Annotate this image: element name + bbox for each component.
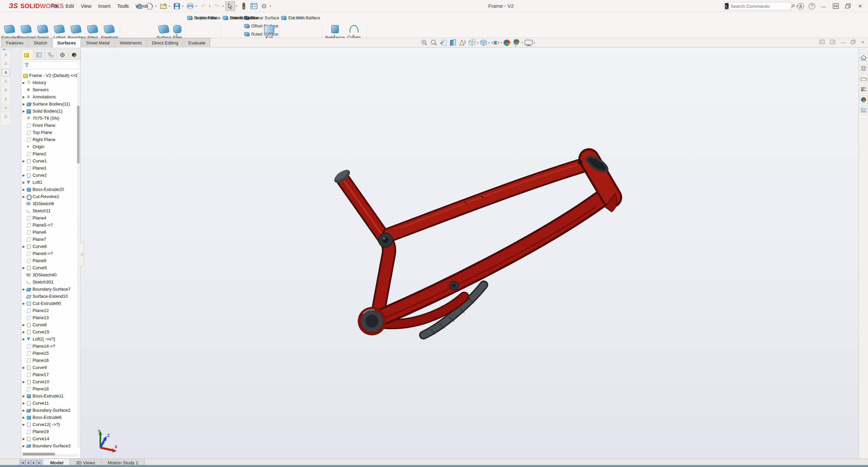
tree-item[interactable]: ▶ Curve8 [21, 321, 78, 328]
scrollbar-thumb[interactable] [77, 106, 80, 163]
view-orientation-dropdown-icon[interactable]: ▾ [477, 41, 478, 44]
command-tab[interactable]: Direct Editing [147, 38, 183, 47]
tree-item[interactable]: ▶ Plane18 [21, 385, 78, 392]
tree-item[interactable]: ▶ Boss-Extrude11 [21, 392, 78, 400]
new-document-icon[interactable] [145, 1, 155, 11]
expand-arrow-icon[interactable]: ▶ [21, 337, 26, 341]
tree-item[interactable]: ▶ Front Plane [21, 122, 78, 129]
home-icon[interactable] [860, 54, 868, 62]
expand-arrow-icon[interactable]: ▶ [21, 288, 26, 291]
note-a-dashed-icon[interactable] [2, 104, 9, 112]
tree-root-item[interactable]: Frame - V2 (Default) <<D [21, 72, 78, 79]
pane-expand-right-icon[interactable] [830, 39, 835, 45]
tree-item[interactable]: ▶ Surface Bodies(11) [21, 100, 78, 108]
select-dropdown-icon[interactable]: ▾ [236, 4, 237, 8]
tree-item[interactable]: ▶ Cut-Revolve1 [21, 193, 78, 200]
tree-item[interactable]: ▶ History [21, 79, 78, 86]
search-input[interactable] [730, 4, 790, 9]
tree-item[interactable]: ▶ Boss-Extrude6 [21, 414, 78, 421]
tree-item[interactable]: ▶ Plane3 [21, 164, 78, 172]
view-palette-icon[interactable] [860, 85, 868, 93]
tree-item[interactable]: ▶ Sketch301 [21, 278, 78, 286]
file-explorer-icon[interactable] [860, 75, 868, 83]
tree-item[interactable]: ▶ Curve12{ ->?} [21, 421, 78, 428]
dimxpertmanager-tab[interactable] [57, 50, 68, 59]
command-tab[interactable]: Sheet Metal [81, 38, 114, 47]
command-tab[interactable]: Surfaces [53, 38, 81, 47]
tree-item[interactable]: ▶ Surface-Extend10 [21, 293, 78, 300]
close-icon[interactable]: × [856, 2, 864, 10]
expand-arrow-icon[interactable]: ▶ [21, 444, 26, 448]
previous-study-icon[interactable]: ◀ [25, 460, 31, 465]
menu-item[interactable]: File [47, 0, 62, 12]
expand-arrow-icon[interactable]: ▶ [21, 416, 26, 419]
tree-item[interactable]: ▶ Boundary-Surface3 [21, 442, 78, 448]
zoom-to-fit-icon[interactable] [420, 39, 429, 46]
section-view-icon[interactable] [449, 39, 457, 46]
first-study-icon[interactable]: |◀ [20, 460, 25, 465]
note-a-icon[interactable] [2, 51, 9, 59]
print-icon[interactable] [185, 1, 195, 11]
tree-item[interactable]: ▶ Plane16 [21, 357, 78, 364]
tree-item[interactable]: ▶ Annotations [21, 93, 78, 100]
expand-arrow-icon[interactable]: ▶ [21, 302, 26, 305]
tree-item[interactable]: ▶ Plane6 [21, 229, 78, 236]
tree-item[interactable]: ▶ Loft2{ ->x?} [21, 335, 78, 343]
tree-item[interactable]: ▶ Plane17 [21, 371, 78, 378]
expand-arrow-icon[interactable]: ▶ [21, 188, 26, 191]
expand-arrow-icon[interactable]: ▶ [21, 437, 26, 441]
displaymanager-tab[interactable] [68, 50, 80, 59]
panel-collapse-handle[interactable] [80, 242, 84, 266]
display-pane-icon[interactable] [249, 1, 259, 11]
dynamic-annotation-views-icon[interactable] [458, 39, 467, 46]
save-dropdown-icon[interactable]: ▾ [182, 4, 184, 8]
options-gear-icon[interactable]: ⚙ [259, 1, 269, 11]
propertymanager-tab[interactable] [33, 50, 45, 59]
bike-frame-model[interactable] [305, 142, 637, 366]
doc-close-icon[interactable]: × [861, 39, 865, 46]
tree-item[interactable]: ▶ Plane7 [21, 236, 78, 243]
pane-collapse-left-icon[interactable] [820, 39, 825, 45]
tree-item[interactable]: ▶ 7075-T6 (SN) [21, 115, 78, 122]
scrollbar-thumb[interactable] [23, 453, 55, 455]
restore-icon[interactable] [844, 2, 852, 10]
note-a-edit-icon[interactable] [2, 60, 9, 67]
print-dropdown-icon[interactable]: ▾ [196, 4, 197, 8]
expand-arrow-icon[interactable]: ▶ [21, 423, 26, 426]
expand-arrow-icon[interactable]: ▶ [21, 402, 26, 405]
expand-arrow-icon[interactable]: ▶ [21, 174, 26, 177]
expand-arrow-icon[interactable]: ▶ [21, 266, 26, 270]
reference-geometry-dropdown-icon[interactable]: ▾ [334, 34, 335, 37]
expand-arrow-icon[interactable]: ▶ [21, 81, 26, 84]
tree-item[interactable]: ▶ Cut-Extrude90 [21, 300, 78, 307]
tree-item[interactable]: ▶ Plane12 [21, 307, 78, 314]
expand-arrow-icon[interactable]: ▶ [21, 102, 26, 106]
doc-restore-icon[interactable] [851, 39, 856, 45]
menu-item[interactable]: Insert [95, 0, 114, 12]
expand-arrow-icon[interactable]: ▶ [21, 394, 26, 398]
tree-item[interactable]: ▶ Curve6 [21, 243, 78, 250]
tree-filter-box[interactable] [23, 61, 79, 69]
menu-item[interactable]: Edit [62, 0, 77, 12]
account-icon[interactable] [797, 3, 804, 9]
doc-minimize-icon[interactable]: — [841, 40, 845, 45]
tree-item[interactable]: ▶ Plane8->? [21, 250, 78, 257]
open-icon[interactable] [159, 1, 168, 11]
ribbon-row-button[interactable]: Delete Hole [187, 14, 216, 22]
tree-item[interactable]: ▶ Plane13 [21, 314, 78, 321]
curves-button[interactable]: Curves [347, 25, 361, 40]
command-tab[interactable]: Sketch [29, 38, 52, 47]
tree-item[interactable]: ▶ Plane9 [21, 257, 78, 264]
ribbon-row-button[interactable]: Untrim Surface [223, 14, 258, 22]
tree-item[interactable]: ▶ Curve10 [21, 378, 78, 385]
command-tab[interactable]: Features [1, 38, 28, 47]
note-a-lock-icon[interactable] [2, 86, 9, 94]
note-a-user-icon[interactable] [2, 78, 9, 85]
tree-item[interactable]: ▶ Curve9 [21, 364, 78, 371]
search-commands-box[interactable]: >_ 🔎︎ ▾ [724, 2, 792, 10]
appearances-icon[interactable] [860, 96, 868, 104]
apply-scene-dropdown-icon[interactable]: ▾ [521, 41, 523, 44]
graphics-viewport[interactable]: Y Z X [81, 47, 868, 459]
tree-item[interactable]: ▶ Boundary-Surface2 [21, 407, 78, 414]
tree-item[interactable]: ▶ Curve5 [21, 264, 78, 271]
